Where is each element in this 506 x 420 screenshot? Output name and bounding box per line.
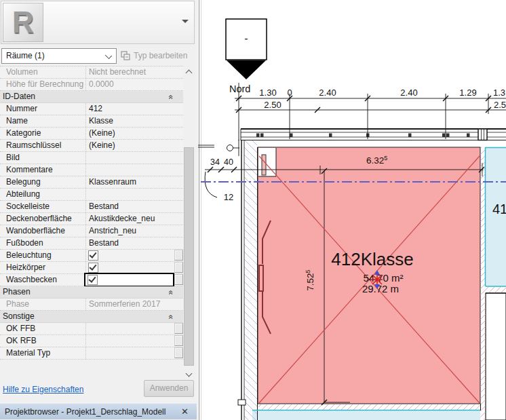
property-label: Wandoberfläche <box>6 226 84 236</box>
properties-scrollbar[interactable] <box>183 66 195 380</box>
dim-label[interactable]: 1.29 <box>459 88 476 98</box>
property-value[interactable]: Bestand <box>86 237 173 248</box>
property-value-cell[interactable] <box>85 335 173 347</box>
property-row-material-typ: Material Typ <box>0 347 183 360</box>
apply-button[interactable]: Anwenden <box>144 380 194 397</box>
dim-label[interactable]: 1.3 <box>493 88 505 98</box>
property-value-cell[interactable]: (Keine) <box>85 128 173 139</box>
dim-label[interactable]: 2.50 <box>264 100 281 110</box>
property-value-cell[interactable] <box>85 274 173 286</box>
property-value[interactable]: Akustikdecke_neu <box>86 213 173 224</box>
collapse-section-icon[interactable]: « <box>167 95 176 100</box>
value-edit-button[interactable] <box>174 323 183 334</box>
close-icon[interactable]: ✕ <box>181 404 189 420</box>
property-label: Belegung <box>6 177 84 187</box>
property-value-cell[interactable] <box>85 262 173 273</box>
scrollbar-thumb[interactable] <box>184 147 194 366</box>
scroll-up-icon[interactable] <box>183 66 195 77</box>
property-row-volumen: VolumenNicht berechnet <box>0 66 183 79</box>
property-value[interactable] <box>86 152 173 163</box>
heizkörper-checkbox[interactable] <box>88 263 98 273</box>
collapse-section-icon[interactable]: « <box>167 315 176 320</box>
property-value-cell[interactable]: 0.0000 <box>85 79 173 90</box>
type-selector[interactable]: R <box>1 1 195 44</box>
beleuchtung-checkbox[interactable] <box>88 250 98 261</box>
property-value-cell[interactable] <box>85 152 173 164</box>
property-value-cell[interactable]: Klassenraum <box>85 176 173 188</box>
room-perimeter-label[interactable]: 29.72 m <box>362 283 399 294</box>
property-value[interactable]: Klassenraum <box>86 176 173 187</box>
curtain-wall <box>241 129 506 140</box>
property-value-cell[interactable] <box>85 164 173 176</box>
property-value-cell[interactable]: Bestand <box>85 201 173 212</box>
dim-label[interactable]: 1.30 <box>259 88 276 98</box>
dim-label[interactable]: 12 <box>224 192 233 202</box>
property-value-cell[interactable]: 412 <box>85 103 173 115</box>
dim-label[interactable]: 2.40 <box>319 88 336 98</box>
property-value[interactable] <box>86 323 173 334</box>
help-link[interactable]: Hilfe zu Eigenschaften <box>3 385 83 394</box>
property-label: Phase <box>6 299 84 309</box>
property-value-cell[interactable]: Anstrich_neu <box>85 225 173 237</box>
adjacent-room-label[interactable]: 41 <box>492 202 506 216</box>
property-value[interactable]: Sommerferien 2017 <box>86 299 173 309</box>
room-name-label[interactable]: 412Klasse <box>331 249 413 269</box>
dim-label[interactable]: 2.40 <box>400 88 417 98</box>
mullions <box>256 134 470 138</box>
property-value[interactable]: Anstrich_neu <box>86 225 173 236</box>
corridor-fill[interactable] <box>252 411 480 420</box>
property-value[interactable]: Klasse <box>86 115 173 126</box>
property-value[interactable]: (Keine) <box>86 140 173 151</box>
property-label: Waschbecken <box>6 275 84 285</box>
edit-type-button[interactable]: Typ bearbeiten <box>121 48 195 64</box>
value-edit-button[interactable] <box>174 262 183 273</box>
property-value[interactable] <box>86 164 173 175</box>
value-edit-button[interactable] <box>174 274 183 285</box>
selector-bar: Räume (1) Typ bearbeiten <box>0 47 198 65</box>
property-value-cell[interactable]: (Keine) <box>85 140 173 151</box>
waschbecken-checkbox[interactable] <box>87 275 98 285</box>
room-area-label[interactable]: 54.70 m² <box>363 272 403 284</box>
property-value[interactable]: Bestand <box>86 201 173 212</box>
dim-label[interactable]: 2.5 <box>494 100 506 110</box>
scroll-down-icon[interactable] <box>183 368 195 380</box>
value-edit-button[interactable] <box>174 335 183 346</box>
edit-type-icon <box>121 51 131 60</box>
selection-combobox[interactable]: Räume (1) <box>1 48 117 64</box>
room-41-fill[interactable] <box>486 147 506 286</box>
property-value[interactable]: 0.0000 <box>86 79 173 90</box>
type-selector-dropdown-icon[interactable] <box>182 20 189 23</box>
section-header-phasen[interactable]: Phasen« <box>0 286 183 299</box>
dim-label[interactable]: 34 <box>210 157 220 167</box>
property-value-cell[interactable] <box>85 323 173 335</box>
property-value-cell[interactable]: Klasse <box>85 115 173 127</box>
property-value[interactable] <box>86 347 173 358</box>
dim-label[interactable]: 0 <box>287 88 292 98</box>
property-value-cell[interactable]: Akustikdecke_neu <box>85 213 173 225</box>
section-header-id-daten[interactable]: ID-Daten« <box>0 91 183 103</box>
property-value-cell[interactable]: Bestand <box>85 237 173 249</box>
value-edit-button[interactable] <box>174 347 183 358</box>
property-value[interactable]: Nicht berechnet <box>86 66 173 77</box>
property-value-cell[interactable] <box>85 189 173 200</box>
section-label: Phasen <box>3 287 152 297</box>
collapse-section-icon[interactable]: « <box>167 290 176 295</box>
property-row-bild: Bild <box>0 152 183 164</box>
property-label: Deckenoberfläche <box>6 214 84 224</box>
property-value[interactable] <box>86 189 173 199</box>
project-browser-titlebar[interactable]: Projektbrowser - Projekt1_Derschlag_Mode… <box>0 403 197 419</box>
property-value[interactable] <box>86 335 173 346</box>
property-label: OK FFB <box>6 324 84 334</box>
value-edit-button[interactable] <box>174 250 183 261</box>
property-value[interactable]: 412 <box>86 103 173 114</box>
property-value-cell[interactable] <box>85 347 173 359</box>
checkmark-icon <box>88 275 96 283</box>
property-value-cell[interactable]: Nicht berechnet <box>85 66 173 78</box>
property-row-kommentare: Kommentare <box>0 164 183 176</box>
dim-label[interactable]: 40 <box>224 157 233 167</box>
property-value-cell[interactable]: Sommerferien 2017 <box>85 299 173 310</box>
property-value[interactable]: (Keine) <box>86 128 173 138</box>
property-value-cell[interactable] <box>85 250 173 261</box>
section-header-sonstige[interactable]: Sonstige« <box>0 311 183 323</box>
section-marker[interactable] <box>226 19 267 79</box>
